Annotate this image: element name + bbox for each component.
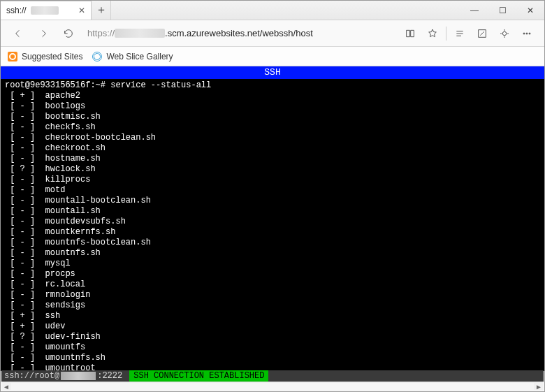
browser-title-bar: ssh:// ✕ ＋ — ☐ ✕	[1, 1, 544, 20]
tab-title-hidden	[31, 6, 59, 15]
close-tab-icon[interactable]: ✕	[78, 6, 85, 15]
svg-point-1	[523, 33, 525, 34]
favorites-bar: Suggested Sites Web Slice Gallery	[1, 47, 544, 66]
hub-button[interactable]	[449, 23, 470, 44]
toolbar-right	[400, 23, 537, 44]
refresh-icon	[63, 28, 74, 39]
tab-title: ssh://	[6, 6, 27, 15]
close-window-button[interactable]: ✕	[516, 1, 544, 20]
favorite-suggested-sites[interactable]: Suggested Sites	[8, 52, 82, 61]
minimize-button[interactable]: —	[460, 1, 488, 20]
url-prefix: https://	[87, 28, 115, 38]
url-hidden-host	[115, 29, 165, 38]
scroll-left-icon[interactable]: ◄	[3, 383, 10, 391]
horizontal-scrollbar[interactable]: ◄ ►	[1, 382, 544, 391]
web-slice-icon	[92, 52, 102, 61]
toolbar-separator	[446, 27, 446, 41]
ssh-header-bar: SSH	[1, 66, 544, 79]
address-bar[interactable]: https:// .scm.azurewebsites.net/webssh/h…	[83, 28, 395, 38]
share-button[interactable]	[494, 23, 515, 44]
maximize-button[interactable]: ☐	[488, 1, 516, 20]
scroll-right-icon[interactable]: ►	[535, 383, 542, 391]
book-icon	[405, 28, 416, 39]
forward-button[interactable]	[33, 23, 54, 44]
favorite-web-slice[interactable]: Web Slice Gallery	[92, 52, 173, 61]
refresh-button[interactable]	[58, 23, 79, 44]
status-established: SSH CONNECTION ESTABLISHED	[129, 370, 268, 382]
suggested-sites-icon	[8, 52, 17, 61]
reading-view-button[interactable]	[400, 23, 421, 44]
favorite-button[interactable]	[422, 23, 443, 44]
browser-tab[interactable]: ssh:// ✕	[1, 1, 92, 20]
scroll-track[interactable]	[11, 383, 534, 390]
status-hidden-host	[61, 372, 96, 380]
url-suffix: .scm.azurewebsites.net/webssh/host	[165, 28, 313, 38]
arrow-left-icon	[13, 28, 24, 39]
svg-point-0	[502, 31, 506, 35]
new-tab-button[interactable]: ＋	[92, 1, 111, 20]
status-port: :2222	[97, 371, 122, 381]
more-button[interactable]	[516, 23, 537, 44]
share-icon	[499, 28, 510, 39]
dots-icon	[521, 28, 532, 39]
favorite-label: Suggested Sites	[22, 52, 82, 61]
notes-button[interactable]	[472, 23, 493, 44]
browser-nav-bar: https:// .scm.azurewebsites.net/webssh/h…	[1, 20, 544, 47]
status-prefix: ssh://root@	[4, 371, 59, 381]
back-button[interactable]	[8, 23, 29, 44]
window-controls: — ☐ ✕	[460, 1, 544, 20]
arrow-right-icon	[38, 28, 49, 39]
ssh-status-bar: ssh://root@ :2222 SSH CONNECTION ESTABLI…	[1, 370, 544, 382]
lines-icon	[454, 28, 465, 39]
svg-point-2	[526, 33, 528, 34]
pen-icon	[477, 28, 488, 39]
favorite-label: Web Slice Gallery	[106, 52, 173, 61]
svg-point-3	[529, 33, 530, 34]
terminal-output[interactable]: root@9e933156516f:~# service --status-al…	[1, 79, 544, 371]
star-icon	[427, 28, 438, 39]
